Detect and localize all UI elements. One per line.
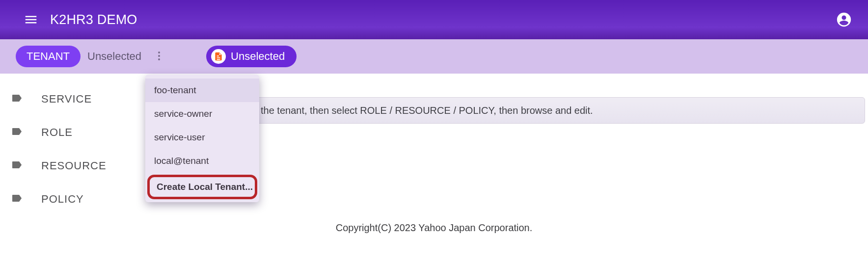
tenant-chip-label: TENANT (27, 50, 70, 63)
tenant-option-label: local@tenant (154, 156, 209, 166)
tenant-menu-button[interactable] (150, 47, 168, 66)
tenant-option[interactable]: foo-tenant (145, 79, 259, 102)
sidebar-item-policy[interactable]: POLICY (0, 183, 137, 216)
copyright-text: Copyright(C) 2023 Yahoo Japan Corporatio… (336, 222, 533, 233)
tenant-selected-value: Unselected (87, 50, 141, 63)
tenant-option-label: service-user (154, 132, 205, 143)
tenant-option-label: foo-tenant (154, 85, 196, 96)
account-circle-icon (836, 11, 852, 28)
label-icon (11, 192, 23, 206)
menu-button[interactable] (20, 8, 42, 31)
tenant-chip[interactable]: TENANT (16, 46, 81, 67)
app-bar: K2HR3 DEMO (0, 0, 868, 39)
app-title: K2HR3 DEMO (50, 12, 137, 27)
tenant-dropdown: foo-tenant service-owner service-user lo… (145, 75, 259, 202)
status-chip[interactable]: Unselected (206, 46, 297, 67)
footer: Copyright(C) 2023 Yahoo Japan Corporatio… (0, 222, 868, 234)
create-local-tenant-label: Create Local Tenant... (157, 182, 253, 192)
sidebar-item-label: RESOURCE (41, 159, 107, 172)
sidebar-item-label: ROLE (41, 126, 73, 139)
label-icon (11, 159, 23, 173)
tenant-option[interactable]: service-user (145, 126, 259, 149)
tenant-option[interactable]: service-owner (145, 102, 259, 126)
menu-icon (24, 12, 38, 27)
more-vert-icon (153, 50, 165, 62)
label-icon (11, 92, 23, 106)
sidebar-item-resource[interactable]: RESOURCE (0, 149, 137, 183)
sub-toolbar: TENANT Unselected Unselected (0, 39, 868, 74)
description-icon (211, 49, 226, 64)
body: SERVICE ROLE RESOURCE POLICY the tenant,… (0, 74, 868, 264)
sidebar-item-label: POLICY (41, 193, 84, 206)
tenant-option-label: service-owner (154, 108, 212, 119)
sidebar-item-role[interactable]: ROLE (0, 116, 137, 149)
account-button[interactable] (832, 7, 856, 32)
create-local-tenant-option[interactable]: Create Local Tenant... (147, 175, 257, 199)
sidebar-item-label: SERVICE (41, 93, 92, 106)
tenant-option[interactable]: local@tenant (145, 149, 259, 173)
sidebar-item-service[interactable]: SERVICE (0, 82, 137, 116)
svg-point-0 (158, 52, 160, 53)
svg-point-2 (158, 58, 160, 60)
svg-point-1 (158, 55, 160, 57)
status-chip-label: Unselected (231, 50, 285, 63)
info-banner-text: the tenant, then select ROLE / RESOURCE … (261, 105, 593, 116)
label-icon (11, 126, 23, 139)
sidebar: SERVICE ROLE RESOURCE POLICY (0, 74, 137, 264)
